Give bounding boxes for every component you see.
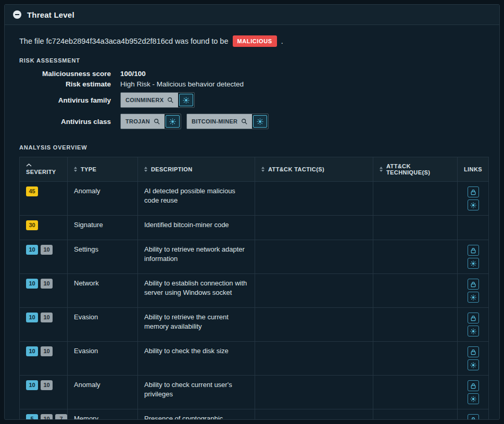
- table-row: 5107 Memory Presence of cryptographic co…: [20, 409, 489, 420]
- virus-link-button[interactable]: [468, 359, 479, 370]
- risk-estimate-label: Risk estimate: [19, 80, 111, 88]
- maliciousness-score-label: Maliciousness score: [19, 70, 111, 78]
- description-cell: Ability to check the disk size: [138, 342, 255, 376]
- description-cell: Presence of cryptographic constants (AES…: [138, 409, 255, 420]
- column-header-attck-tactics[interactable]: ATT&CK TACTIC(S): [255, 157, 373, 182]
- virus-icon: [470, 260, 476, 267]
- lock-link-button[interactable]: [468, 313, 479, 323]
- virus-link-button[interactable]: [468, 199, 479, 210]
- table-row: 1010 Evasion Ability to check the disk s…: [20, 342, 489, 376]
- threat-level-panel: Threat Level The file fc724eb2894f34a3ac…: [4, 4, 500, 420]
- search-icon: [154, 118, 160, 124]
- lock-icon: [470, 189, 476, 195]
- virus-icon: [169, 118, 176, 125]
- severity-badge: 10: [26, 245, 38, 255]
- attck-tactics-cell: [255, 274, 373, 308]
- lock-link-button[interactable]: [468, 245, 479, 256]
- antivirus-class-label: Antivirus class: [19, 118, 111, 126]
- lock-link-button[interactable]: [468, 186, 479, 197]
- description-cell: Ability to establish connection with ser…: [138, 274, 255, 308]
- table-row: 1010 Evasion Ability to retrieve the cur…: [20, 308, 489, 342]
- attck-tactics-cell: [255, 308, 373, 342]
- column-header-description[interactable]: DESCRIPTION: [138, 157, 255, 182]
- verdict-suffix: .: [281, 37, 283, 45]
- sort-icon: [261, 167, 264, 172]
- description-cell: AI detected possible malicious code reus…: [138, 182, 255, 216]
- column-header-severity[interactable]: SEVERITY: [20, 157, 68, 182]
- column-header-type[interactable]: TYPE: [68, 157, 138, 182]
- column-header-attck-techniques[interactable]: ATT&CK TECHNIQUE(S): [373, 157, 458, 182]
- table-row: 1010 Settings Ability to retrieve networ…: [20, 240, 489, 274]
- attck-techniques-cell: [373, 376, 458, 409]
- sort-icon: [74, 167, 77, 172]
- severity-badge: 5: [26, 414, 38, 419]
- type-cell: Signature: [68, 216, 138, 240]
- severity-badge: 10: [26, 380, 38, 390]
- severity-badge: 10: [26, 346, 38, 356]
- severity-badge: 10: [41, 245, 53, 255]
- virus-link-button[interactable]: [468, 258, 479, 269]
- attck-techniques-cell: [373, 308, 458, 342]
- av-tag-trojan[interactable]: TROJAN: [120, 114, 181, 129]
- description-cell: Identified bitcoin-miner code: [138, 216, 255, 240]
- risk-assessment-grid: Maliciousness score 100/100 Risk estimat…: [19, 70, 489, 131]
- attck-tactics-cell: [255, 216, 373, 240]
- virus-scan-button[interactable]: [166, 115, 180, 128]
- virus-scan-button[interactable]: [179, 94, 193, 106]
- table-row: 45 Anomaly AI detected possible maliciou…: [20, 182, 489, 216]
- lock-icon: [470, 417, 476, 420]
- panel-content: The file fc724eb2894f34a3aca4b952d2f816c…: [5, 25, 499, 419]
- av-tag-search[interactable]: TROJAN: [121, 114, 165, 129]
- lock-icon: [470, 383, 476, 389]
- virus-icon: [257, 118, 263, 125]
- virus-icon: [470, 362, 476, 368]
- attck-techniques-cell: [373, 409, 458, 420]
- attck-tactics-cell: [255, 376, 373, 409]
- severity-badge: 7: [55, 414, 67, 419]
- type-cell: Anomaly: [68, 376, 138, 409]
- attck-tactics-cell: [255, 409, 373, 420]
- sort-icon: [144, 167, 147, 172]
- virus-link-button[interactable]: [468, 292, 479, 303]
- virus-link-button[interactable]: [468, 393, 479, 404]
- attck-techniques-cell: [373, 182, 458, 216]
- av-tag-search[interactable]: BITCOIN-MINER: [187, 114, 252, 129]
- description-cell: Ability to check current user's privileg…: [138, 376, 255, 409]
- virus-link-button[interactable]: [468, 326, 479, 336]
- antivirus-family-tags: COINMINERX: [120, 92, 489, 108]
- attck-tactics-cell: [255, 182, 373, 216]
- severity-badge: 10: [41, 380, 53, 390]
- severity-badge: 45: [26, 186, 38, 196]
- risk-assessment-heading: RISK ASSESSMENT: [19, 57, 489, 64]
- description-cell: Ability to retrieve the current memory a…: [138, 308, 255, 342]
- search-icon: [167, 97, 173, 103]
- lock-link-button[interactable]: [468, 346, 479, 357]
- type-cell: Settings: [68, 240, 138, 274]
- virus-scan-button[interactable]: [253, 115, 267, 128]
- lock-icon: [470, 281, 476, 288]
- severity-badge: 10: [41, 313, 53, 322]
- antivirus-class-tags: TROJAN BITCOIN-MINER: [120, 114, 489, 129]
- av-tag-search[interactable]: COINMINERX: [121, 93, 178, 107]
- lock-link-button[interactable]: [468, 380, 479, 391]
- severity-badge: 10: [41, 346, 53, 356]
- lock-link-button[interactable]: [468, 414, 479, 419]
- av-tag-bitcoin-miner[interactable]: BITCOIN-MINER: [186, 114, 269, 129]
- collapse-icon[interactable]: [13, 10, 21, 19]
- lock-icon: [470, 247, 476, 254]
- virus-icon: [470, 328, 476, 334]
- risk-estimate-value: High Risk - Malicious behavior detected: [120, 80, 489, 88]
- attck-techniques-cell: [373, 240, 458, 274]
- av-tag-coinminerx[interactable]: COINMINERX: [120, 92, 195, 108]
- sort-icon: [380, 167, 383, 172]
- virus-icon: [183, 97, 190, 104]
- search-icon: [241, 118, 247, 124]
- type-cell: Network: [68, 274, 138, 308]
- panel-header: Threat Level: [5, 5, 499, 25]
- analysis-table: SEVERITY TYPE DESCRIPTION ATT&CK TACTIC(…: [19, 157, 489, 419]
- attck-techniques-cell: [373, 342, 458, 376]
- av-tag-text: COINMINERX: [125, 97, 163, 103]
- verdict-text: The file fc724eb2894f34a3aca4b952d2f816c…: [19, 37, 229, 45]
- analysis-overview-heading: ANALYSIS OVERVIEW: [19, 144, 489, 151]
- lock-link-button[interactable]: [468, 279, 479, 290]
